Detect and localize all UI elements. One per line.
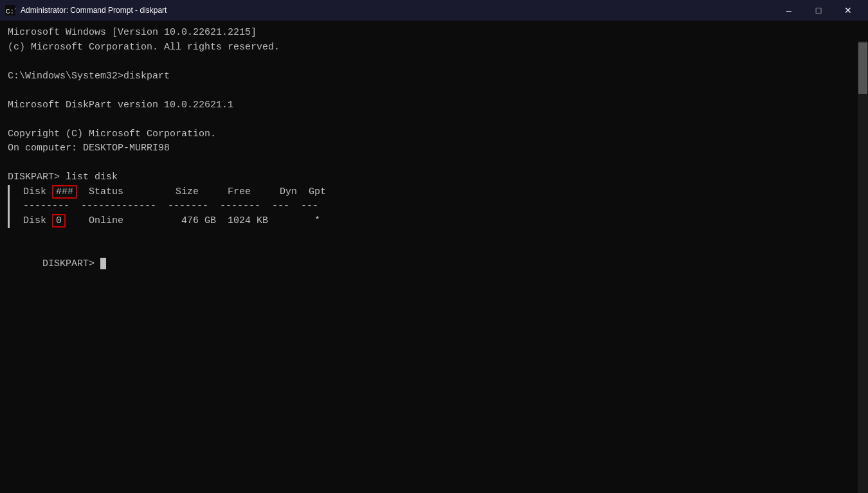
close-button[interactable]: ✕ <box>833 0 863 21</box>
table-header-row: Disk ### Status Size Free Dyn Gpt <box>12 185 850 200</box>
output-line-10 <box>8 156 860 171</box>
terminal-output[interactable]: Microsoft Windows [Version 10.0.22621.22… <box>0 21 868 493</box>
cursor <box>100 258 106 269</box>
output-line-11: DISKPART> list disk <box>8 170 860 185</box>
disk-table-container: Disk ### Status Size Free Dyn Gpt ------… <box>12 185 850 229</box>
output-line-7 <box>8 112 860 127</box>
diskpart-prompt: DISKPART> <box>42 258 100 269</box>
maximize-button[interactable]: □ <box>804 0 833 21</box>
output-line-1: Microsoft Windows [Version 10.0.22621.22… <box>8 26 860 40</box>
output-line-4: C:\Windows\System32>diskpart <box>8 69 860 84</box>
output-line-5 <box>8 84 860 98</box>
cmd-window: C:\ Administrator: Command Prompt - disk… <box>0 0 868 493</box>
scrollbar[interactable] <box>858 41 868 493</box>
output-line-2: (c) Microsoft Corporation. All rights re… <box>8 40 860 55</box>
title-bar-left: C:\ Administrator: Command Prompt - disk… <box>5 5 167 15</box>
disk-num-cell: 0 <box>52 214 66 228</box>
minimize-button[interactable]: – <box>774 0 804 21</box>
prompt-line: DISKPART> <box>8 243 860 287</box>
output-line-after-table <box>8 228 860 243</box>
output-line-3 <box>8 55 860 69</box>
window-title: Administrator: Command Prompt - diskpart <box>21 6 167 15</box>
title-bar-controls: – □ ✕ <box>774 0 863 21</box>
scrollbar-thumb[interactable] <box>858 42 867 94</box>
table-data-row: Disk 0 Online 476 GB 1024 KB * <box>12 214 850 229</box>
svg-text:C:\: C:\ <box>6 8 15 15</box>
output-line-6: Microsoft DiskPart version 10.0.22621.1 <box>8 98 860 113</box>
hash-col-header: ### <box>52 185 77 199</box>
output-line-9: On computer: DESKTOP-MURRI98 <box>8 141 860 156</box>
output-line-8: Copyright (C) Microsoft Corporation. <box>8 127 860 142</box>
table-separator-row: -------- ------------- ------- ------- -… <box>12 199 850 214</box>
cmd-icon: C:\ <box>5 5 15 15</box>
title-bar: C:\ Administrator: Command Prompt - disk… <box>0 0 868 21</box>
